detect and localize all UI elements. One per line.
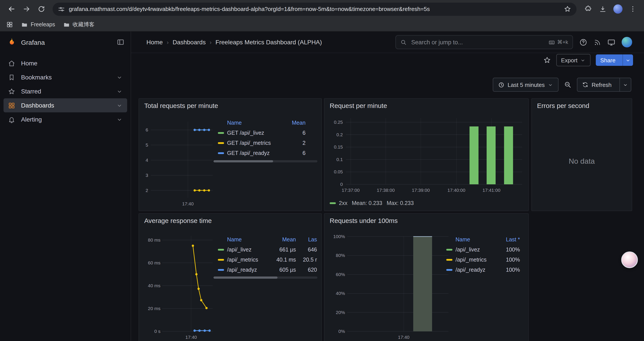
requests_per_minute-plot[interactable]: 0.250.20.150.10.05017:37:0017:38:0017:39… xyxy=(324,99,528,211)
chevDown-svg xyxy=(548,82,554,88)
help-icon[interactable] xyxy=(579,38,588,46)
export-button[interactable]: Export xyxy=(556,54,590,66)
legend-series[interactable]: /api/_readyz xyxy=(218,267,270,273)
series-name: /api/_metrics xyxy=(456,256,486,263)
reload-icon xyxy=(38,5,45,13)
legend-series[interactable]: GET /api/_livez xyxy=(218,130,284,136)
panel-errors-per-second: Errors per second No data xyxy=(531,98,632,211)
share-menu-toggle[interactable] xyxy=(622,55,633,66)
time-range-picker[interactable]: Last 5 minutes xyxy=(493,78,559,92)
search-input[interactable] xyxy=(410,38,545,46)
legend-series[interactable]: /api/_metrics xyxy=(446,256,497,263)
legend-series[interactable]: /api/_livez xyxy=(446,246,497,253)
legend-value: 100% xyxy=(497,256,520,263)
legend-series[interactable]: /api/_livez xyxy=(218,246,270,253)
refresh-icon xyxy=(582,82,588,88)
profile-button[interactable] xyxy=(611,2,625,16)
site-settings-icon[interactable] xyxy=(58,6,65,13)
refresh-interval-toggle[interactable] xyxy=(620,78,631,91)
sidebar-item-dashboards[interactable]: Dashboards xyxy=(4,98,127,112)
share-button[interactable]: Share xyxy=(596,55,633,66)
legend-row: GET /api/_livez6 xyxy=(218,128,306,138)
breadcrumb-item[interactable]: Dashboards xyxy=(172,39,206,46)
chevron-down-icon[interactable] xyxy=(116,102,123,109)
assistant-avatar[interactable] xyxy=(621,251,638,268)
star-svg xyxy=(543,56,551,64)
legend-series[interactable]: /api/_readyz xyxy=(446,267,497,273)
legend-item[interactable]: 2xx xyxy=(330,200,348,206)
bookmark-item[interactable]: Freeleaps xyxy=(21,21,55,28)
home-svg xyxy=(8,60,15,67)
breadcrumb-item[interactable]: Home xyxy=(146,39,163,46)
bookmark-item[interactable]: 收藏博客 xyxy=(63,21,94,28)
series-pct under 100ms xyxy=(413,237,432,331)
legend-series[interactable]: /api/_metrics xyxy=(218,256,270,263)
legend-column-header[interactable]: Name xyxy=(218,237,270,243)
chevron-down-icon[interactable] xyxy=(116,88,123,95)
legend-column-header[interactable]: Las xyxy=(296,237,317,243)
svg-text:5: 5 xyxy=(146,142,148,147)
help-svg xyxy=(579,38,588,46)
keyboard-icon xyxy=(548,39,555,46)
zoom-out-button[interactable] xyxy=(562,78,574,91)
refresh-main[interactable]: Refresh xyxy=(578,78,616,91)
panel-total-requests: Total requests per minute 6543217:40 Nam… xyxy=(138,98,322,211)
legend-column-header[interactable]: Name xyxy=(218,120,284,126)
legend-series[interactable]: GET /api/_readyz xyxy=(218,150,284,156)
legend-scrollbar[interactable] xyxy=(214,276,318,279)
panel-title[interactable]: Errors per second xyxy=(532,99,632,112)
kiosk-mode-icon[interactable] xyxy=(607,38,616,46)
series-color-dash xyxy=(218,269,224,270)
chevron-down-icon[interactable] xyxy=(116,74,123,81)
requests-under-100ms-chart[interactable]: 100%80%60%40%20%0%17:40 xyxy=(324,214,528,341)
reload-button[interactable] xyxy=(34,2,48,16)
requests_under_100ms-plot[interactable]: 100%80%60%40%20%0%17:40 xyxy=(324,214,528,341)
collapse-sidebar-icon[interactable] xyxy=(116,38,124,46)
sidebar-item-bookmarks[interactable]: Bookmarks xyxy=(4,70,127,84)
scrollbar-thumb[interactable] xyxy=(214,160,273,162)
favorite-star-icon[interactable] xyxy=(543,56,551,64)
refresh-button[interactable]: Refresh xyxy=(577,78,631,92)
svg-text:4: 4 xyxy=(146,158,148,163)
legend-scrollbar[interactable] xyxy=(214,160,318,162)
search-shortcut: ⌘+k xyxy=(548,39,568,46)
legend-value: 20.5 r xyxy=(296,256,317,263)
legend-column-header[interactable]: Mean xyxy=(270,237,296,243)
star-svg xyxy=(564,5,571,13)
sidebar-item-home[interactable]: Home xyxy=(4,56,127,70)
series-GET /api/_metrics xyxy=(194,189,210,191)
gridlines xyxy=(162,236,212,331)
search-box[interactable]: ⌘+k xyxy=(396,35,573,49)
downloads-button[interactable] xyxy=(596,2,610,16)
url-text[interactable]: grafana.mathmast.com/d/deytv4rwavabkb/fr… xyxy=(69,6,560,12)
legend-column-header[interactable]: Mean xyxy=(284,120,306,126)
legend-value: 620 xyxy=(296,267,317,273)
chevron-down-icon[interactable] xyxy=(116,116,123,123)
series-color-dash xyxy=(330,202,336,204)
series-name: /api/_metrics xyxy=(227,256,258,263)
forward-button[interactable] xyxy=(19,2,33,16)
share-main[interactable]: Share xyxy=(596,55,620,66)
apps-grid-icon[interactable] xyxy=(6,21,13,28)
menu-button[interactable] xyxy=(626,2,640,16)
shortcut-text: ⌘+k xyxy=(557,39,568,45)
sidebar-item-alerting[interactable]: Alerting xyxy=(4,112,127,126)
breadcrumb-separator: › xyxy=(167,39,169,46)
legend-value: 40.1 ms xyxy=(270,256,296,263)
monitor-svg xyxy=(607,38,616,46)
legend-series[interactable]: GET /api/_metrics xyxy=(218,140,284,146)
legend-value: 2 xyxy=(284,140,306,146)
back-button[interactable] xyxy=(4,2,18,16)
legend-column-header[interactable]: Last * xyxy=(497,237,520,243)
news-icon[interactable] xyxy=(594,38,601,46)
sidebar-item-starred[interactable]: Starred xyxy=(4,84,127,98)
address-bar[interactable]: grafana.mathmast.com/d/deytv4rwavabkb/fr… xyxy=(52,3,576,16)
bookmark-star-icon[interactable] xyxy=(564,5,571,13)
scrollbar-thumb[interactable] xyxy=(214,276,278,279)
browser-toolbar: grafana.mathmast.com/d/deytv4rwavabkb/fr… xyxy=(0,0,644,18)
chevron-down-icon xyxy=(548,82,554,88)
user-avatar[interactable] xyxy=(622,37,632,47)
legend-column-header[interactable]: Name xyxy=(446,237,497,243)
request-per-minute-chart[interactable]: 0.250.20.150.10.05017:37:0017:38:0017:39… xyxy=(324,99,528,211)
extensions-button[interactable] xyxy=(581,2,595,16)
